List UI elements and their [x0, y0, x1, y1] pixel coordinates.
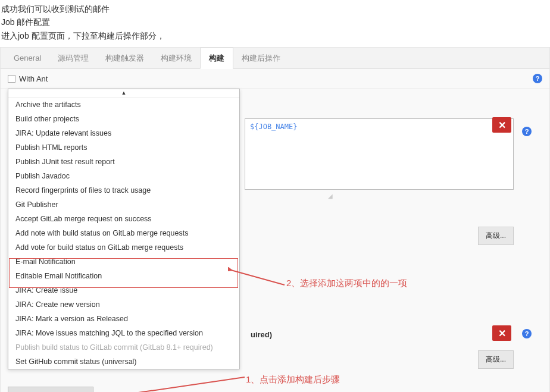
annotation-1: 1、点击添加构建后步骤: [246, 374, 340, 385]
dropdown-item-16[interactable]: JIRA: Move issues matching JQL to the sp…: [8, 326, 239, 340]
config-tab-bar: General 源码管理 构建触发器 构建环境 构建 构建后操作: [1, 48, 549, 69]
scroll-up-icon[interactable]: ▲: [8, 89, 239, 98]
intro-line3: 进入job 配置页面，下拉至构建后操作部分，: [1, 29, 549, 42]
dropdown-item-0[interactable]: Archive the artifacts: [8, 98, 239, 112]
dropdown-item-5[interactable]: Publish Javadoc: [8, 169, 239, 183]
post-build-dropdown: ▲ Archive the artifactsBuild other proje…: [8, 89, 240, 369]
textarea-value: ${JOB_NAME}: [250, 123, 297, 131]
dropdown-item-15[interactable]: JIRA: Mark a version as Released: [8, 312, 239, 326]
dropdown-item-12[interactable]: Editable Email Notification: [8, 269, 239, 283]
dropdown-item-7[interactable]: Git Publisher: [8, 197, 239, 212]
help-icon-3[interactable]: [522, 329, 532, 338]
dropdown-item-17: Publish build status to GitLab commit (G…: [8, 340, 239, 355]
tab-scm[interactable]: 源码管理: [49, 48, 97, 68]
advanced-button-1[interactable]: 高级...: [478, 227, 514, 245]
tab-general[interactable]: General: [5, 49, 49, 67]
content-body: ▲ Archive the artifactsBuild other proje…: [1, 89, 549, 392]
add-post-build-step-button[interactable]: 增加构建后操作步骤: [8, 387, 93, 392]
with-ant-row: With Ant: [1, 69, 549, 89]
intro-line1: 成功我们可以收到测试的邮件: [1, 2, 549, 15]
dropdown-item-1[interactable]: Build other projects: [8, 112, 239, 126]
dropdown-item-8[interactable]: Accept GitLab merge request on success: [8, 212, 239, 226]
svg-line-3: [102, 377, 245, 392]
dropdown-item-13[interactable]: JIRA: Create issue: [8, 283, 239, 297]
tab-post-build[interactable]: 构建后操作: [233, 48, 289, 68]
with-ant-checkbox[interactable]: [8, 75, 15, 83]
tab-env[interactable]: 构建环境: [152, 48, 200, 68]
dropdown-item-18[interactable]: Set GitHub commit status (universal): [8, 355, 239, 369]
delete-button-2[interactable]: [492, 325, 511, 341]
resize-handle-icon[interactable]: ◢: [328, 193, 333, 199]
dropdown-item-9[interactable]: Add note with build status on GitLab mer…: [8, 226, 239, 240]
dropdown-item-6[interactable]: Record fingerprints of files to track us…: [8, 183, 239, 197]
dropdown-item-11[interactable]: E-mail Notification: [8, 255, 239, 269]
dropdown-item-14[interactable]: JIRA: Create new version: [8, 297, 239, 312]
delete-button-1[interactable]: [492, 117, 511, 133]
required-label: uired): [251, 330, 272, 339]
intro-text: 成功我们可以收到测试的邮件 Job 邮件配置 进入job 配置页面，下拉至构建后…: [0, 0, 550, 45]
help-icon-2[interactable]: [522, 127, 532, 136]
intro-line2: Job 邮件配置: [1, 15, 549, 29]
dropdown-item-2[interactable]: JIRA: Update relevant issues: [8, 126, 239, 140]
dropdown-item-3[interactable]: Publish HTML reports: [8, 140, 239, 155]
dropdown-item-4[interactable]: Publish JUnit test result report: [8, 155, 239, 169]
subject-textarea[interactable]: ${JOB_NAME}: [245, 118, 514, 190]
arrow-1: [96, 371, 251, 392]
annotation-2: 2、选择添加这两项中的的一项: [286, 278, 407, 289]
jenkins-config-area: General 源码管理 构建触发器 构建环境 构建 构建后操作 With An…: [0, 47, 550, 392]
dropdown-item-10[interactable]: Add vote for build status on GitLab merg…: [8, 240, 239, 255]
tab-triggers[interactable]: 构建触发器: [97, 48, 152, 68]
with-ant-label: With Ant: [19, 74, 48, 83]
tab-build[interactable]: 构建: [200, 48, 233, 69]
advanced-button-2[interactable]: 高级...: [478, 350, 514, 369]
help-icon[interactable]: [533, 74, 542, 83]
